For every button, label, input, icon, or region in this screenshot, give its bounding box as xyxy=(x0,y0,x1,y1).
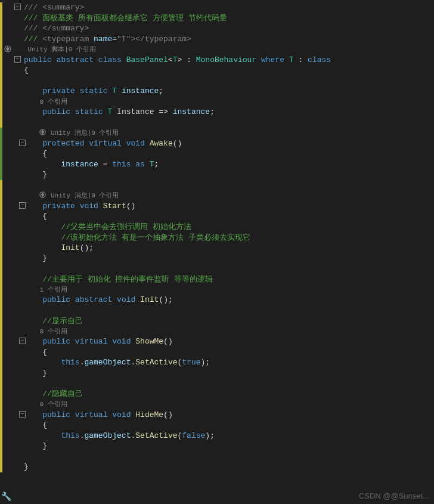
code-line[interactable]: private static T instance; xyxy=(0,86,434,97)
fold-icon[interactable]: − xyxy=(19,411,26,418)
code-line[interactable]: /// 面板基类 所有面板都会继承它 方便管理 节约代码量 xyxy=(0,13,434,24)
code-line[interactable]: { xyxy=(0,149,434,159)
unity-glyph-icon xyxy=(4,45,12,53)
codelens-line[interactable]: Unity 消息|0 个引用 xyxy=(0,128,434,138)
code-line[interactable]: } xyxy=(0,462,434,472)
code-line[interactable]: } xyxy=(0,441,434,452)
fold-icon[interactable]: − xyxy=(19,338,26,344)
xml-tag-close: </typeparam> xyxy=(135,35,191,44)
codelens-refs[interactable]: 0 个引用 xyxy=(39,401,67,408)
code-line[interactable]: } xyxy=(0,253,434,264)
xml-doc-comment: /// </summary> xyxy=(24,24,89,33)
codelens-line[interactable]: 1 个引用 xyxy=(0,285,434,295)
code-line[interactable]: − protected virtual void Awake() xyxy=(0,138,434,149)
codelens-line[interactable]: Unity 消息|0 个引用 xyxy=(0,190,434,201)
code-line[interactable] xyxy=(0,378,434,389)
xml-doc-comment: /// 面板基类 所有面板都会继承它 方便管理 节约代码量 xyxy=(24,14,227,23)
fold-icon[interactable]: − xyxy=(19,140,26,146)
codelens-refs[interactable]: 0 个引用 xyxy=(91,192,119,199)
code-line[interactable]: this.gameObject.SetActive(true); xyxy=(0,357,434,368)
codelens-refs[interactable]: 0 个引用 xyxy=(39,98,67,106)
codelens-refs[interactable]: 1 个引用 xyxy=(39,286,67,293)
fold-icon[interactable]: − xyxy=(14,4,21,10)
xml-doc-comment: /// <summary> xyxy=(24,3,84,12)
codelens-line[interactable]: 0 个引用 xyxy=(0,326,434,337)
code-line[interactable]: { xyxy=(0,211,434,222)
xml-attr: name= xyxy=(89,35,117,44)
code-line[interactable]: { xyxy=(0,420,434,431)
code-line[interactable] xyxy=(0,118,434,128)
code-line[interactable] xyxy=(0,452,434,462)
code-line[interactable] xyxy=(0,76,434,86)
xml-tag: <typeparam xyxy=(42,35,89,44)
codelens-line[interactable]: 0 个引用 xyxy=(0,399,434,410)
code-line[interactable]: − private void Start() xyxy=(0,201,434,212)
code-line[interactable]: //该初始化方法 有是一个抽象方法 子类必须去实现它 xyxy=(0,232,434,243)
code-editor[interactable]: − /// <summary> /// 面板基类 所有面板都会继承它 方便管理 … xyxy=(0,0,434,472)
code-line[interactable]: //显示自己 xyxy=(0,316,434,326)
code-line[interactable]: − /// <summary> xyxy=(0,2,434,13)
code-line[interactable] xyxy=(0,264,434,274)
code-line[interactable]: public abstract void Init(); xyxy=(0,295,434,305)
code-line[interactable] xyxy=(0,305,434,316)
unity-glyph-icon xyxy=(39,129,46,137)
codelens-line[interactable]: Unity 脚本|0 个引用 xyxy=(0,44,434,55)
code-line[interactable]: } xyxy=(0,368,434,379)
codelens-unity[interactable]: Unity 脚本 xyxy=(24,46,64,53)
code-line[interactable]: Init(); xyxy=(0,243,434,253)
code-line[interactable]: /// <typeparam name="T"></typeparam> xyxy=(0,34,434,45)
fold-icon[interactable]: − xyxy=(14,56,21,63)
code-line[interactable]: } xyxy=(0,169,434,180)
code-line[interactable]: { xyxy=(0,347,434,358)
codelens-line[interactable]: 0 个引用 xyxy=(0,97,434,107)
code-line[interactable] xyxy=(0,180,434,191)
code-line[interactable]: − public virtual void HideMe() xyxy=(0,410,434,420)
code-line[interactable]: //主要用于 初始化 控件的事件监听 等等的逻辑 xyxy=(0,274,434,285)
code-line[interactable]: //父类当中会去强行调用 初始化方法 xyxy=(0,222,434,233)
method-name: Awake xyxy=(150,139,173,148)
code-line[interactable]: public static T Instance => instance; xyxy=(0,107,434,118)
codelens-refs[interactable]: 0 个引用 xyxy=(69,46,96,53)
code-line[interactable]: { xyxy=(0,65,434,76)
gutter[interactable]: − xyxy=(0,2,24,13)
xml-doc-prefix: /// xyxy=(24,35,42,44)
code-line[interactable]: − public abstract class BasePanel<T> : M… xyxy=(0,55,434,66)
class-name: BasePanel xyxy=(126,55,168,64)
watermark-text: CSDN @@Sunset... xyxy=(359,491,429,500)
unity-glyph-icon xyxy=(39,191,46,200)
fold-icon[interactable]: − xyxy=(19,202,26,209)
xml-attr-val: "T" xyxy=(117,35,131,44)
code-line[interactable]: instance = this as T; xyxy=(0,159,434,170)
codelens-refs[interactable]: 0 个引用 xyxy=(91,129,119,137)
code-line[interactable]: − public virtual void ShowMe() xyxy=(0,336,434,347)
code-line[interactable]: //隐藏自己 xyxy=(0,389,434,400)
codelens-refs[interactable]: 0 个引用 xyxy=(39,328,67,335)
quick-actions-icon[interactable]: 🔧 xyxy=(1,491,11,502)
code-line[interactable]: this.gameObject.SetActive(false); xyxy=(0,431,434,441)
code-line[interactable]: /// </summary> xyxy=(0,23,434,34)
